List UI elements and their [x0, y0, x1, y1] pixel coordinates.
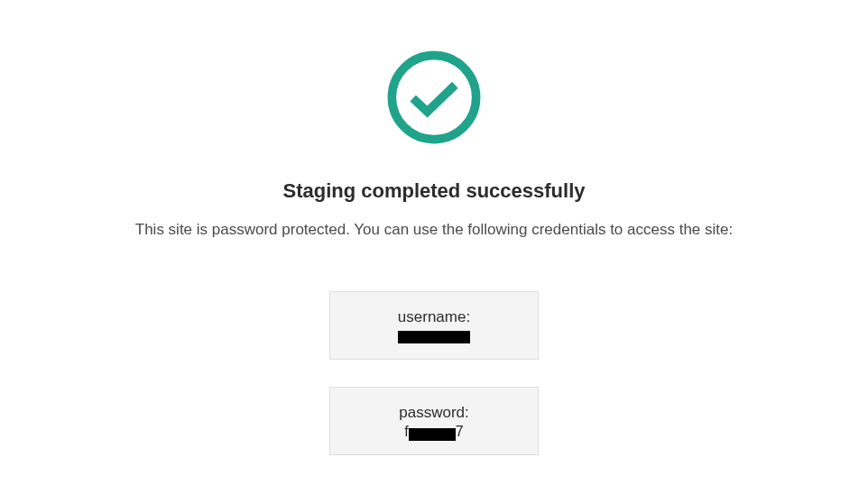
- redaction-bar: [398, 331, 470, 343]
- username-value: [398, 328, 470, 344]
- page-subtext: This site is password protected. You can…: [135, 221, 733, 239]
- redaction-bar: [409, 428, 456, 441]
- page-title: Staging completed successfully: [283, 179, 586, 203]
- password-box: password: f7: [329, 387, 539, 455]
- username-label: username:: [339, 308, 529, 326]
- password-suffix: 7: [456, 424, 464, 439]
- checkmark-circle-icon: [386, 50, 482, 145]
- password-label: password:: [339, 404, 529, 422]
- password-value: f7: [404, 424, 463, 440]
- svg-point-0: [392, 55, 476, 139]
- username-box: username:: [329, 291, 539, 360]
